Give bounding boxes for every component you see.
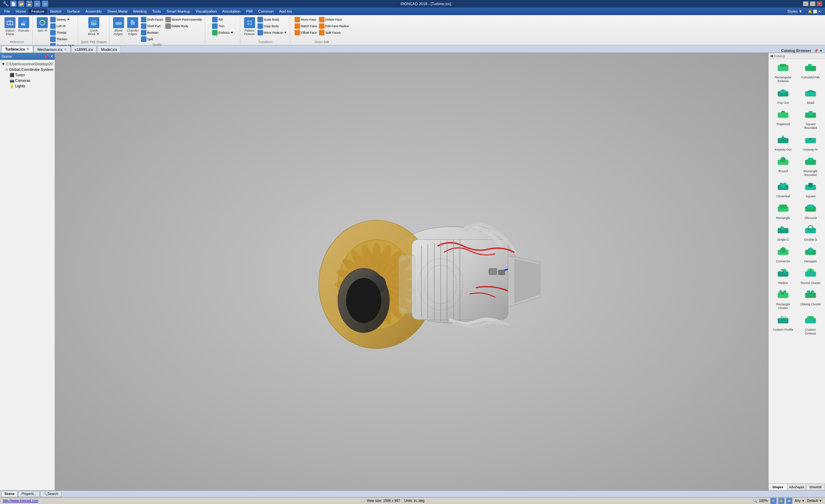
- minimize-button[interactable]: ─: [803, 1, 808, 6]
- catalog-item-connector[interactable]: Connector: [772, 244, 794, 263]
- new-icon[interactable]: 📄: [10, 1, 16, 7]
- trim-button[interactable]: Trim: [211, 23, 234, 29]
- scene-tab-search[interactable]: 🔍 Search: [40, 491, 62, 497]
- menu-annotation[interactable]: Annotation: [220, 9, 243, 14]
- split-faces-button[interactable]: Split Faces: [318, 30, 350, 36]
- menu-assembly[interactable]: Assembly: [83, 9, 105, 14]
- menu-surface[interactable]: Surface: [64, 9, 83, 14]
- tree-item-global[interactable]: ⊕ Global Coordinate System: [1, 67, 53, 72]
- catalog-item-oblong-cluster[interactable]: Oblong Cluster: [800, 287, 821, 310]
- open-icon[interactable]: 📂: [18, 1, 24, 7]
- sweep-button[interactable]: Sweep ▼: [50, 17, 75, 23]
- scene-tab-scene[interactable]: Scene: [1, 491, 18, 497]
- catalog-item-hexagon[interactable]: Hexagon: [800, 244, 821, 263]
- catalog-item-obround[interactable]: Obround: [800, 201, 821, 220]
- thread-button[interactable]: Thread: [50, 30, 75, 36]
- catalog-tab-shapes[interactable]: Shapes: [769, 484, 788, 490]
- edit-face-radius-button[interactable]: Edit Face Radius: [318, 23, 350, 29]
- tab-turbine[interactable]: Turbine.ics ✕: [1, 46, 33, 53]
- tab-mechanism[interactable]: Mechanism.ics ✕: [34, 46, 70, 53]
- catalog-back-button[interactable]: ◀: [770, 54, 773, 58]
- catalog-item-radius[interactable]: Radius: [772, 266, 794, 285]
- deletebody-button[interactable]: Delete Body: [165, 23, 203, 29]
- copy-body-button[interactable]: Copy Body: [257, 23, 288, 29]
- split-button[interactable]: Split: [140, 36, 164, 42]
- shell-part-button[interactable]: Shell Part: [140, 23, 164, 29]
- catalog-item-pop-out[interactable]: Pop Out: [772, 86, 794, 105]
- pattern-feature-button[interactable]: PatternFeature: [243, 17, 256, 36]
- catalog-pin-button[interactable]: 📌: [814, 49, 818, 53]
- stretch-button[interactable]: Stretch Part/Assembly: [165, 17, 203, 23]
- menu-smartmarkup[interactable]: Smart Markup: [164, 9, 193, 14]
- menu-addins[interactable]: Add-Ins: [276, 9, 295, 14]
- menu-window-controls-right[interactable]: 🔔 ⬜ ✕: [805, 9, 824, 14]
- menu-common[interactable]: Common: [255, 9, 276, 14]
- menu-tools[interactable]: Tools: [150, 9, 164, 14]
- move-face-button[interactable]: Move Face: [294, 17, 318, 23]
- catalog-item-rect-cluster[interactable]: Rectangle Cluster: [772, 287, 794, 310]
- catalog-item-rect-rounded[interactable]: Rectangle Rounded: [800, 154, 821, 177]
- datum-plane-button[interactable]: DatumPlane: [3, 17, 16, 36]
- zoom-fit-icon[interactable]: ⊞: [786, 498, 792, 504]
- offset-face-button[interactable]: Offset Face: [294, 30, 318, 36]
- catalog-item-double-d[interactable]: Double D: [800, 223, 821, 242]
- tab-mechanism-close[interactable]: ✕: [64, 48, 67, 51]
- spin-button[interactable]: Spin ▼: [36, 17, 49, 33]
- catalog-tab-advshapes[interactable]: Advshapes: [788, 484, 806, 490]
- close-button[interactable]: ✕: [817, 1, 822, 6]
- pan-icon[interactable]: ✋: [778, 498, 784, 504]
- catalog-item-square-rounded[interactable]: Square Rounded: [800, 107, 821, 130]
- catalog-item-custom-emboss[interactable]: Custom Emboss: [800, 313, 821, 336]
- rotate-icon[interactable]: ↻: [770, 498, 777, 504]
- menu-sheetmetal[interactable]: Sheet Metal: [104, 9, 130, 14]
- catalog-item-rect-emboss[interactable]: Rectangular Emboss: [772, 61, 794, 83]
- redo-icon[interactable]: ↪: [42, 1, 48, 7]
- boolean-button[interactable]: Boolean: [140, 30, 164, 36]
- delete-face-button[interactable]: Delete Face: [318, 17, 350, 23]
- thicken-button[interactable]: Thicken: [50, 36, 75, 42]
- tab-c16995[interactable]: c16995.ics: [71, 46, 97, 53]
- draft-faces-button[interactable]: Draft Faces: [140, 17, 164, 23]
- tree-item-cameras[interactable]: 📷 Cameras: [1, 78, 53, 83]
- menu-sketch[interactable]: Sketch: [47, 9, 64, 14]
- blend-edges-button[interactable]: BlendEdges: [112, 17, 125, 36]
- save-icon[interactable]: 💾: [26, 1, 32, 7]
- tree-item-root[interactable]: ▼ C:\Users\coconnor\Desktop\201...: [1, 61, 53, 67]
- menu-feature[interactable]: Feature: [29, 9, 47, 14]
- render-default-dropdown[interactable]: Default ▼: [807, 499, 822, 503]
- tree-item-turbn[interactable]: ⬛ Turbn: [1, 72, 53, 78]
- mirror-feature-button[interactable]: Mirror Feature ▼: [257, 30, 288, 36]
- match-face-button[interactable]: Match Face: [294, 23, 318, 29]
- undo-icon[interactable]: ↩: [34, 1, 40, 7]
- menu-visualization[interactable]: Visualization: [193, 9, 220, 14]
- scene-tab-properties[interactable]: Properti...: [18, 491, 39, 497]
- menu-file[interactable]: File: [1, 9, 13, 14]
- chamfer-edges-button[interactable]: ChamferEdges: [126, 17, 140, 36]
- catalog-item-trapezoid[interactable]: Trapezoid: [772, 107, 794, 130]
- catalog-item-round-cluster[interactable]: Round Cluster: [800, 266, 821, 285]
- scene-panel-close[interactable]: ✕: [50, 54, 53, 59]
- catalog-item-single-d[interactable]: Single D: [772, 223, 794, 242]
- menu-welding[interactable]: Welding: [130, 9, 150, 14]
- menu-pmi[interactable]: PMI: [243, 9, 255, 14]
- extrude-button[interactable]: Extrude: [17, 17, 30, 33]
- loft-button[interactable]: Loft ▼: [50, 23, 75, 29]
- tab-turbine-close[interactable]: ✕: [26, 47, 29, 51]
- scene-panel-pin[interactable]: 📌: [44, 54, 49, 59]
- emboss-button[interactable]: Emboss ▼: [211, 30, 234, 36]
- catalog-item-rectangle[interactable]: Rectangle: [772, 201, 794, 220]
- catalog-close-button[interactable]: ✕: [820, 49, 822, 53]
- website-link[interactable]: http://www.ironcad.com: [3, 499, 38, 503]
- catalog-item-extruded-tab[interactable]: Extruded Tab: [800, 61, 821, 83]
- quickblock-button[interactable]: QuickBlock ▼: [87, 17, 100, 36]
- catalog-item-custom-profile[interactable]: Custom Profile: [772, 313, 794, 336]
- catalog-item-bead[interactable]: Bead: [800, 86, 821, 105]
- maximize-button[interactable]: □: [810, 1, 815, 6]
- viewport[interactable]: [55, 53, 768, 490]
- catalog-item-cloverleaf[interactable]: Cloverleaf: [772, 179, 794, 198]
- catalog-item-square[interactable]: Square: [800, 179, 821, 198]
- catalog-item-keyway-in[interactable]: Keyway In: [800, 133, 821, 152]
- catalog-item-round[interactable]: Round: [772, 154, 794, 177]
- menu-styles[interactable]: Styles ▼: [785, 9, 805, 14]
- catalog-tab-sheetmtl[interactable]: SheetMtl: [806, 484, 825, 490]
